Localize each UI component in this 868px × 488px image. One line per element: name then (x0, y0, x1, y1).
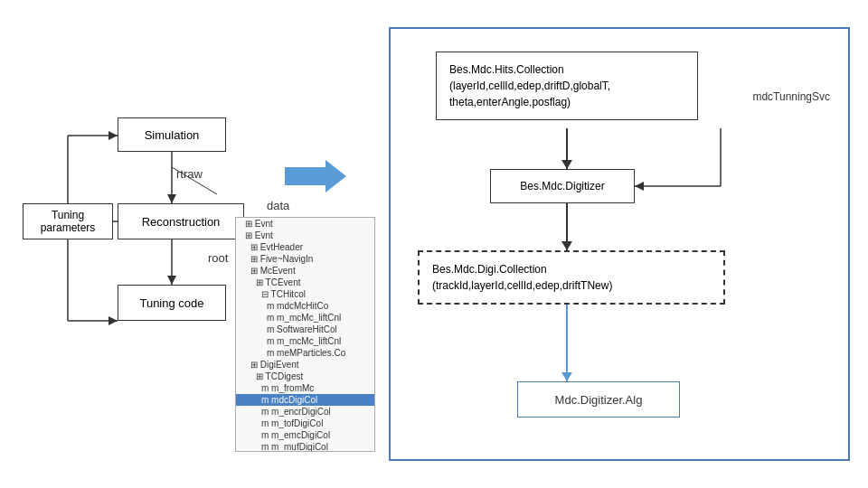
svg-marker-7 (108, 316, 118, 325)
tree-item[interactable]: m mdcDigiCol (236, 394, 374, 406)
tree-item[interactable]: ⊞ TCEvent (236, 277, 374, 288)
tree-item[interactable]: ⊞ Five~NavigIn (236, 253, 374, 265)
collection-line2: (layerId,cellId,edep,driftD,globalT, (449, 78, 684, 94)
digi-collection-box: Bes.Mdc.Digi.Collection (trackId,layerId… (418, 250, 725, 305)
svg-marker-4 (167, 276, 176, 285)
svg-marker-11 (108, 131, 118, 140)
tuning-code-box: Tuning code (118, 285, 226, 321)
svg-marker-1 (167, 194, 176, 203)
tree-panel: ⊞ Evnt⊞ Evnt⊞ EvtHeader⊞ Five~NavigIn⊞ M… (235, 217, 375, 452)
svg-marker-19 (561, 372, 572, 381)
tree-item[interactable]: m m_mcMc_liftCnl (236, 312, 374, 324)
svg-marker-22 (635, 182, 644, 191)
tree-item[interactable]: ⊞ McEvent (236, 265, 374, 277)
reconstruction-label: Reconstruction (142, 215, 221, 229)
svg-marker-17 (561, 241, 572, 250)
bes-digitizer-box: Bes.Mdc.Digitizer (490, 169, 635, 203)
tree-item[interactable]: m m_emcDigiCol (236, 429, 374, 441)
digi-collection-line1: Bes.Mdc.Digi.Collection (432, 261, 711, 277)
tree-item[interactable]: m m_fromMc (236, 382, 374, 394)
data-label: data (267, 199, 289, 212)
digi-collection-line2: (trackId,layerId,cellId,edep,driftTNew) (432, 277, 711, 294)
tree-item[interactable]: m m_encrDigiCol (236, 406, 374, 418)
big-right-arrow (285, 158, 348, 194)
tree-item[interactable]: m meMParticles.Co (236, 347, 374, 359)
tree-item[interactable]: ⊞ TCDigest (236, 371, 374, 382)
mdc-tunning-label: mdcTunningSvc (752, 90, 830, 103)
tree-item[interactable]: ⊞ Evnt (236, 230, 374, 241)
tree-item[interactable]: ⊞ Evnt (236, 218, 374, 230)
root-label: root (208, 251, 228, 265)
tree-item[interactable]: m mdcMcHitCo (236, 300, 374, 312)
mdc-alg-label: Mdc.Digitizer.Alg (555, 393, 643, 407)
tree-item[interactable]: m SoftwareHitCol (236, 324, 374, 335)
simulation-label: Simulation (145, 128, 200, 142)
digitizer-label: Bes.Mdc.Digitizer (520, 180, 604, 192)
tree-item[interactable]: m m_mcMc_liftCnl (236, 335, 374, 347)
svg-marker-15 (561, 160, 572, 169)
collection-line1: Bes.Mdc.Hits.Collection (449, 61, 684, 78)
tuning-params-box: Tuning parameters (23, 203, 113, 239)
rtraw-label: rtraw (176, 167, 203, 181)
tree-item[interactable]: ⊞ DigiEvent (236, 359, 374, 371)
tree-item[interactable]: m m_mufDigiCol (236, 441, 374, 452)
tuning-params-label: Tuning parameters (24, 209, 112, 234)
tree-item[interactable]: ⊟ TCHitcol (236, 288, 374, 300)
right-panel: Bes.Mdc.Hits.Collection (layerId,cellId,… (389, 27, 850, 461)
mdc-alg-box: Mdc.Digitizer.Alg (517, 381, 680, 418)
reconstruction-box: Reconstruction (118, 203, 244, 239)
arrow-svg (285, 158, 348, 194)
simulation-box: Simulation (118, 117, 226, 152)
collection-top-box: Bes.Mdc.Hits.Collection (layerId,cellId,… (436, 52, 698, 120)
tree-item[interactable]: m m_tofDigiCol (236, 418, 374, 429)
svg-marker-13 (285, 160, 346, 192)
tuning-code-label: Tuning code (139, 296, 203, 310)
tree-item[interactable]: ⊞ EvtHeader (236, 241, 374, 253)
collection-line3: theta,enterAngle,posflag) (449, 94, 684, 110)
